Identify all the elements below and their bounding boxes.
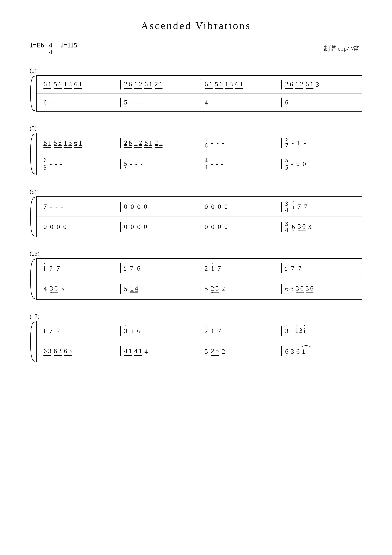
note-group: 1 3 (64, 80, 72, 89)
note-group: 2· 5· (211, 347, 219, 356)
note-group: 5 6 (54, 80, 62, 89)
section-number-2: (5) (30, 125, 362, 132)
barline (362, 284, 362, 294)
barline (362, 159, 362, 169)
note-group: 5 6 (54, 139, 62, 147)
page-title: Ascended Vibrations (30, 20, 362, 31)
barline (362, 222, 362, 232)
bracket-1 (30, 75, 36, 112)
note-group: 6 1 (306, 80, 314, 89)
note-group: 4· 1 (134, 347, 142, 356)
meta-left: 1=Eb 4 4 ♩=115 (30, 41, 77, 56)
barline (362, 326, 362, 336)
note: i (43, 327, 45, 335)
barline (362, 263, 362, 273)
section-2: (5) 6 1 5 6 (30, 125, 362, 175)
note: 7· (43, 203, 47, 211)
section-number-4: (13) (30, 250, 362, 257)
barline (362, 138, 362, 148)
section-4: (13) i 7 7 i (30, 250, 362, 299)
tie (301, 344, 311, 348)
note-group: 6· 3 (64, 347, 72, 356)
note-group: 4· 1 (124, 347, 132, 356)
note: i (212, 264, 214, 272)
barline (362, 346, 362, 356)
section-3: (9) 7· - - - (30, 188, 362, 237)
tempo: ♩=115 (57, 41, 77, 49)
chord: 6 (43, 99, 47, 106)
note: i (124, 264, 126, 272)
bracket-2 (30, 133, 36, 175)
note-group: 1 2 (295, 80, 303, 89)
barline (362, 98, 362, 107)
note-group: 6 1 (43, 139, 51, 147)
note-group: 3· 6· (306, 285, 314, 293)
bracket-3 (30, 197, 36, 237)
time-signature: 4 4 (49, 42, 52, 56)
section-number-3: (9) (30, 188, 362, 195)
note-group: 1 4 (130, 285, 138, 293)
note-group: 2 1 (155, 139, 163, 147)
note: i (131, 327, 133, 335)
section-1: (1) 6 1 5 (30, 67, 362, 112)
time-change-lower: 3 4 (285, 220, 288, 233)
chord: 6 (285, 99, 288, 106)
note-group: 2 1 (155, 80, 163, 89)
note-high: i (292, 203, 294, 211)
barline (362, 202, 362, 212)
note-group: 6 1 (144, 80, 152, 89)
note-group: 6 1 (144, 139, 152, 147)
note-group: 6 1 (235, 80, 243, 89)
note-group: 3· 6· (50, 285, 58, 293)
chord: 4 (205, 99, 208, 106)
note-group: 6 1 (205, 80, 213, 89)
section-number-5: (17) (30, 313, 362, 320)
note-group: 6 1 (43, 80, 51, 89)
note-group: 5 6 (215, 80, 223, 89)
note-group: 2 6 (124, 80, 132, 89)
note-group: 3· 6· (298, 222, 306, 231)
section-5: (17) i 7 7 3· (30, 313, 362, 362)
key-signature: 1=Eb (30, 41, 44, 49)
bracket-4 (30, 258, 36, 299)
note-group: 1 3 (225, 80, 233, 89)
note: i (43, 264, 45, 272)
note-group: 2 6 (124, 139, 132, 147)
note: i (285, 264, 287, 272)
bracket-5 (30, 321, 36, 362)
chord: 5 (124, 160, 127, 168)
note-group: 6 1 (74, 139, 82, 147)
credit: 制谱 eop小笛_ (324, 44, 362, 53)
note-group: i 3 i (296, 327, 306, 335)
note-group: 1 2 (134, 139, 142, 147)
section-number-1: (1) (30, 67, 362, 74)
note-group: 2· 5· (211, 285, 219, 293)
note-group: 6 1 (74, 80, 82, 89)
barline (362, 80, 362, 89)
time-change: 3 4 (285, 200, 288, 213)
chord: 5 (124, 99, 127, 106)
note: 3 (316, 80, 319, 88)
note-group: 1 3 (64, 139, 72, 147)
note-group: 2 6 (285, 80, 293, 89)
note-group: 3· 6· (296, 285, 304, 293)
page: Ascended Vibrations 1=Eb 4 4 ♩=115 制谱 eo… (0, 0, 392, 555)
meta-row: 1=Eb 4 4 ♩=115 制谱 eop小笛_ (30, 41, 362, 56)
note-group: 6· 3 (43, 347, 51, 356)
note-group: 6· 3 (54, 347, 62, 356)
note-group: 1 2 (134, 80, 142, 89)
note: i (212, 327, 214, 335)
